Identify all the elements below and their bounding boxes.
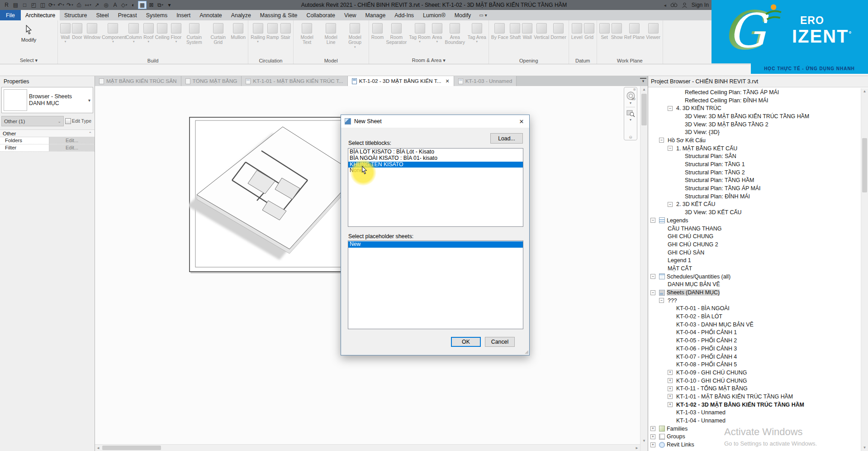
- tree-item[interactable]: 3D View: 3D MẶT BẰNG TẦNG 2: [649, 120, 860, 129]
- scroll-up-arrow[interactable]: ▲: [861, 88, 868, 95]
- titleblocks-listbox[interactable]: BÌA LÓT KISATO : BÌA Lót - Kisato BÌA NG…: [348, 148, 523, 227]
- tree-item[interactable]: KT-0-03 - DANH MỤC BẢN VẼ: [649, 321, 860, 329]
- tree-item[interactable]: CẦU THANG THANG: [649, 225, 860, 233]
- ribbon-button[interactable]: Roof ▾: [143, 22, 154, 43]
- ribbon-tab[interactable]: Annotate: [195, 10, 227, 20]
- canvas-horizontal-scrollbar[interactable]: ◄ ►: [95, 444, 640, 451]
- tree-toggle[interactable]: +: [650, 434, 655, 439]
- ribbon-tab[interactable]: Precast: [114, 10, 142, 20]
- tree-item[interactable]: −Sheets (DANH MỤC): [649, 288, 860, 297]
- ribbon-button[interactable]: Curtain Grid: [207, 22, 229, 45]
- qat-button[interactable]: ◰: [29, 1, 38, 9]
- tree-item[interactable]: Reflected Ceiling Plan: ĐỈNH MÁI: [649, 96, 860, 105]
- ribbon-button[interactable]: Level: [571, 22, 583, 40]
- tree-item[interactable]: KT-0-05 - PHỐI CẢNH 2: [649, 336, 860, 345]
- ribbon-button[interactable]: Grid: [584, 22, 594, 40]
- ribbon-button[interactable]: Show: [611, 22, 623, 40]
- infocenter-collapse-icon[interactable]: ◂: [664, 3, 666, 8]
- properties-filter-combo[interactable]: Other (1)⌄: [1, 116, 64, 126]
- tab-file[interactable]: File: [0, 10, 21, 20]
- ribbon-tab[interactable]: Steel: [91, 10, 113, 20]
- ribbon-button[interactable]: Wall ▾: [60, 22, 71, 43]
- tree-item[interactable]: KT-0-08 - PHỐI CẢNH 5: [649, 360, 860, 369]
- tab-options-button[interactable]: ▭▾: [475, 10, 490, 20]
- tree-item[interactable]: Structural Plan: TẦNG 1: [649, 160, 860, 168]
- scroll-down-arrow[interactable]: ▼: [640, 437, 648, 444]
- ribbon-button[interactable]: Area Boundary: [444, 22, 466, 45]
- ribbon-button[interactable]: Stair: [280, 22, 291, 40]
- chevron-down-icon[interactable]: ▾: [86, 98, 93, 103]
- navigation-bar[interactable]: ⊗ 2D ▾ ▾ ⊖: [624, 87, 637, 140]
- qat-button[interactable]: A: [111, 1, 119, 9]
- view-tab[interactable]: TỔNG MẶT BẰNG: [181, 76, 242, 86]
- tree-toggle[interactable]: +: [650, 426, 655, 431]
- tree-toggle[interactable]: −: [650, 290, 655, 295]
- sign-in-button[interactable]: Sign In: [692, 2, 709, 8]
- qat-button[interactable]: □: [20, 1, 29, 9]
- ribbon-tab[interactable]: Insert: [172, 10, 195, 20]
- ribbon-button[interactable]: Room: [371, 22, 384, 40]
- chevron-down-icon[interactable]: ▾: [630, 118, 631, 122]
- tree-item[interactable]: GHI CHÚ CHUNG: [649, 232, 860, 240]
- user-icon[interactable]: [682, 2, 688, 8]
- ribbon-tab[interactable]: Add-Ins: [390, 10, 418, 20]
- tree-item[interactable]: Structural Plan: TẦNG 2: [649, 168, 860, 177]
- titleblock-item[interactable]: KHUNG TÊN KISATO: [348, 162, 523, 168]
- scroll-up-arrow[interactable]: ▲: [640, 86, 648, 93]
- ribbon-button[interactable]: Area ▾: [432, 22, 442, 43]
- tree-item[interactable]: GHI CHÚ SÀN: [649, 249, 860, 257]
- ribbon-group-label[interactable]: Opening: [489, 58, 569, 63]
- tree-item[interactable]: +Revit Links: [649, 441, 860, 449]
- ribbon-tab[interactable]: Architecture: [21, 10, 60, 20]
- placeholder-sheets-listbox[interactable]: New: [348, 240, 523, 329]
- ribbon-button[interactable]: Model Text: [296, 22, 318, 45]
- qat-button[interactable]: ◫: [38, 1, 47, 9]
- view-tab[interactable]: KT-1-01 - MẶT BẰNG KIẾN TRÚC T...: [242, 76, 347, 86]
- search-help-icon[interactable]: [670, 2, 678, 8]
- tree-item[interactable]: +KT-1-01 - MẶT BẰNG KIẾN TRÚC TẦNG HẦM: [649, 393, 860, 401]
- ribbon-button[interactable]: Model Line: [320, 22, 342, 45]
- ribbon-button[interactable]: Tag Area ▾: [468, 22, 486, 43]
- qat-button[interactable]: ⧉▾: [156, 1, 165, 9]
- titleblock-item[interactable]: BÌA LÓT KISATO : BÌA Lót - Kisato: [348, 149, 523, 155]
- ribbon-tab[interactable]: Systems: [142, 10, 172, 20]
- ribbon-button[interactable]: Wall: [522, 22, 532, 40]
- qat-button[interactable]: ⎙: [75, 1, 83, 9]
- canvas-vertical-scrollbar[interactable]: ▲ ▼: [640, 86, 648, 451]
- property-edit-button[interactable]: Edit...: [49, 137, 95, 144]
- tree-toggle[interactable]: −: [659, 138, 664, 143]
- scroll-down-arrow[interactable]: ▼: [861, 445, 868, 451]
- tree-item[interactable]: −???: [649, 297, 860, 305]
- scroll-thumb[interactable]: [102, 446, 161, 450]
- dialog-title-bar[interactable]: New Sheet ✕: [341, 115, 529, 128]
- chevron-down-icon[interactable]: ▾: [630, 101, 631, 105]
- scroll-thumb[interactable]: [641, 94, 647, 125]
- qat-button[interactable]: ↗: [93, 1, 101, 9]
- ribbon-button[interactable]: Ceiling: [155, 22, 170, 40]
- properties-section-other[interactable]: Other⌃: [0, 130, 95, 137]
- tree-item[interactable]: Structural Plan: TẦNG ÁP MÁI: [649, 184, 860, 192]
- tree-item[interactable]: Structural Plan: ĐỈNH MÁI: [649, 192, 860, 201]
- view-tab-list-button[interactable]: ▾: [640, 78, 646, 84]
- load-button[interactable]: Load...: [490, 133, 523, 144]
- tree-toggle[interactable]: +: [668, 394, 673, 399]
- ribbon-tab[interactable]: Collaborate: [302, 10, 340, 20]
- ribbon-button[interactable]: Door: [72, 22, 82, 40]
- tree-item[interactable]: +Groups: [649, 433, 860, 441]
- ribbon-button[interactable]: Dormer: [550, 22, 566, 40]
- ribbon-group-label[interactable]: Model: [294, 58, 369, 63]
- ribbon-group-label[interactable]: Work Plane: [597, 58, 663, 63]
- tree-item[interactable]: 3D View: 3D MẶT BẰNG KIẾN TRÚC TẦNG HẦM: [649, 112, 860, 120]
- ribbon-tab[interactable]: Analyze: [227, 10, 256, 20]
- close-tab-icon[interactable]: ✕: [445, 78, 449, 84]
- tree-toggle[interactable]: −: [668, 106, 673, 111]
- ribbon-button[interactable]: Shaft: [510, 22, 521, 40]
- tree-item[interactable]: −4. 3D KIẾN TRÚC: [649, 104, 860, 112]
- tree-toggle[interactable]: +: [668, 370, 673, 375]
- tree-item[interactable]: KT-1-04 - Unnamed: [649, 417, 860, 425]
- modify-button[interactable]: Modify: [2, 22, 55, 43]
- qat-button[interactable]: ◇▾: [120, 1, 128, 9]
- tree-item[interactable]: −2. 3D KẾT CẤU: [649, 201, 860, 209]
- ribbon-button[interactable]: Tag Room ▾: [409, 22, 430, 43]
- ribbon-button[interactable]: Ref Plane: [624, 22, 645, 40]
